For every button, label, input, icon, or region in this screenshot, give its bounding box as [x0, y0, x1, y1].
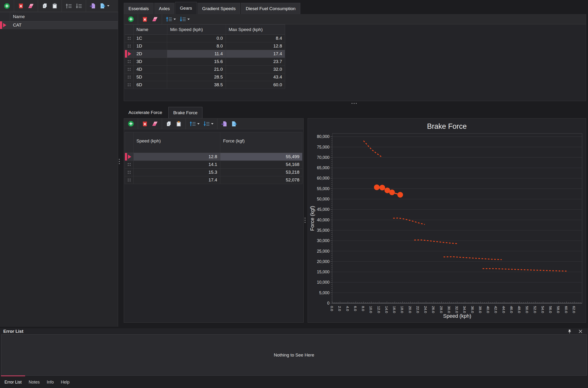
erase-button[interactable]	[152, 121, 158, 127]
tab-essentials[interactable]: Essentials	[124, 3, 154, 14]
tab-accelerate-force[interactable]: Accelerate Force	[124, 107, 167, 118]
dropdown-caret-icon[interactable]	[187, 19, 190, 20]
row-selector-cell[interactable]	[125, 73, 134, 81]
name-column-header[interactable]: Name	[10, 12, 118, 21]
row-selector-cell[interactable]	[125, 81, 134, 89]
pin-icon[interactable]	[567, 329, 572, 334]
copy-button[interactable]	[166, 121, 172, 127]
row-drag-handle[interactable]	[128, 83, 131, 86]
move-down-button[interactable]	[203, 121, 213, 127]
error-tab-error-list[interactable]: Error List	[1, 376, 25, 388]
brake-force-row[interactable]: 14.1 54,168	[125, 161, 302, 169]
max-speed-cell[interactable]: 43.4	[226, 73, 285, 81]
paste-button[interactable]	[52, 3, 58, 9]
row-drag-handle[interactable]	[128, 163, 131, 166]
move-down-button[interactable]	[180, 16, 190, 22]
delete-button[interactable]	[142, 16, 148, 22]
export-button[interactable]	[100, 3, 110, 9]
row-selector-cell[interactable]	[125, 153, 134, 161]
row-selector-cell[interactable]	[125, 42, 134, 50]
row-drag-handle[interactable]	[128, 76, 131, 78]
gear-row[interactable]: 5D 28.5 43.4	[125, 73, 285, 81]
speed-cell[interactable]: 12.8	[134, 153, 220, 161]
row-selector-cell[interactable]	[125, 66, 134, 73]
row-drag-handle[interactable]	[128, 60, 131, 63]
row-selector-cell[interactable]	[125, 176, 134, 184]
row-drag-handle[interactable]	[128, 45, 131, 48]
tab-gears[interactable]: Gears	[175, 2, 197, 14]
gear-row[interactable]: 4D 21.0 32.0	[125, 66, 285, 73]
min-speed-cell[interactable]: 21.0	[167, 66, 226, 73]
gear-row[interactable]: 1D 8.0 12.8	[125, 42, 285, 50]
row-selector-cell[interactable]	[125, 35, 134, 42]
min-speed-cell[interactable]: 38.5	[167, 81, 226, 89]
force-cell[interactable]: 53,218	[220, 169, 302, 176]
row-drag-handle[interactable]	[128, 171, 131, 174]
move-up-button[interactable]	[66, 3, 72, 9]
row-drag-handle[interactable]	[128, 68, 131, 71]
force-cell[interactable]: 54,168	[220, 161, 302, 168]
min-speed-cell[interactable]: 8.0	[167, 42, 226, 50]
force-column-header[interactable]: Force (kgf)	[220, 132, 302, 153]
move-up-button[interactable]	[166, 16, 176, 22]
import-button[interactable]	[221, 121, 227, 127]
delete-button[interactable]	[142, 121, 148, 127]
force-cell[interactable]: 55,499	[220, 153, 302, 161]
gear-name-header[interactable]: Name	[134, 25, 167, 34]
add-button[interactable]	[4, 3, 10, 9]
tab-brake-force[interactable]: Brake Force	[168, 107, 203, 118]
gear-row[interactable]: 3D 15.6 23.7	[125, 58, 285, 66]
dropdown-caret-icon[interactable]	[197, 123, 200, 124]
row-selector-cell[interactable]	[0, 21, 10, 29]
move-up-button[interactable]	[189, 121, 200, 127]
dropdown-caret-icon[interactable]	[211, 123, 213, 124]
error-tab-notes[interactable]: Notes	[25, 376, 43, 388]
gear-row[interactable]: 6D 38.5 60.0	[125, 81, 285, 89]
data-point-marker[interactable]	[374, 185, 380, 190]
horizontal-splitter-grip[interactable]	[352, 103, 357, 104]
row-drag-handle[interactable]	[128, 37, 131, 40]
min-speed-header[interactable]: Min Speed (kph)	[167, 25, 226, 34]
move-down-button[interactable]	[76, 3, 82, 9]
dropdown-caret-icon[interactable]	[107, 5, 110, 7]
close-icon[interactable]	[578, 329, 583, 334]
erase-button[interactable]	[152, 16, 158, 22]
data-point-marker[interactable]	[397, 192, 403, 198]
max-speed-header[interactable]: Max Speed (kph)	[226, 25, 285, 34]
max-speed-cell[interactable]: 12.8	[226, 42, 285, 50]
brake-force-row[interactable]: 17.4 52,078	[125, 176, 302, 184]
chart-splitter-grip[interactable]	[305, 218, 306, 223]
row-selector-cell[interactable]	[125, 161, 134, 168]
speed-cell[interactable]: 15.3	[134, 169, 220, 176]
left-splitter-grip[interactable]	[119, 159, 120, 164]
row-drag-handle[interactable]	[128, 179, 131, 181]
max-speed-cell[interactable]: 23.7	[226, 58, 285, 65]
row-selector-cell[interactable]	[125, 169, 134, 176]
dropdown-caret-icon[interactable]	[174, 19, 176, 20]
min-speed-cell[interactable]: 15.6	[167, 58, 226, 65]
copy-button[interactable]	[42, 3, 48, 9]
min-speed-cell[interactable]: 11.4	[167, 50, 226, 58]
brake-force-row[interactable]: 15.3 53,218	[125, 169, 302, 176]
max-speed-cell[interactable]: 60.0	[226, 81, 285, 89]
max-speed-cell[interactable]: 32.0	[226, 66, 285, 73]
error-tab-info[interactable]: Info	[43, 376, 57, 388]
erase-button[interactable]	[28, 3, 34, 9]
speed-cell[interactable]: 17.4	[134, 176, 220, 184]
row-selector-cell[interactable]	[125, 58, 134, 65]
speed-cell[interactable]: 14.1	[134, 161, 220, 168]
min-speed-cell[interactable]: 28.5	[167, 73, 226, 81]
tab-gradient-speeds[interactable]: Gradient Speeds	[198, 3, 240, 14]
max-speed-cell[interactable]: 8.4	[226, 35, 285, 42]
add-button[interactable]	[128, 16, 134, 22]
speed-column-header[interactable]: Speed (kph)	[134, 132, 220, 153]
vehicle-row[interactable]: CAT	[0, 21, 118, 29]
data-point-marker[interactable]	[389, 190, 395, 195]
import-button[interactable]	[90, 3, 96, 9]
add-button[interactable]	[128, 121, 134, 127]
gear-row[interactable]: 2D 11.4 17.4	[125, 50, 285, 58]
force-cell[interactable]: 52,078	[220, 176, 302, 184]
min-speed-cell[interactable]: 0.0	[167, 35, 226, 42]
error-tab-help[interactable]: Help	[57, 376, 73, 388]
brake-force-row[interactable]: 12.8 55,499	[125, 153, 302, 161]
